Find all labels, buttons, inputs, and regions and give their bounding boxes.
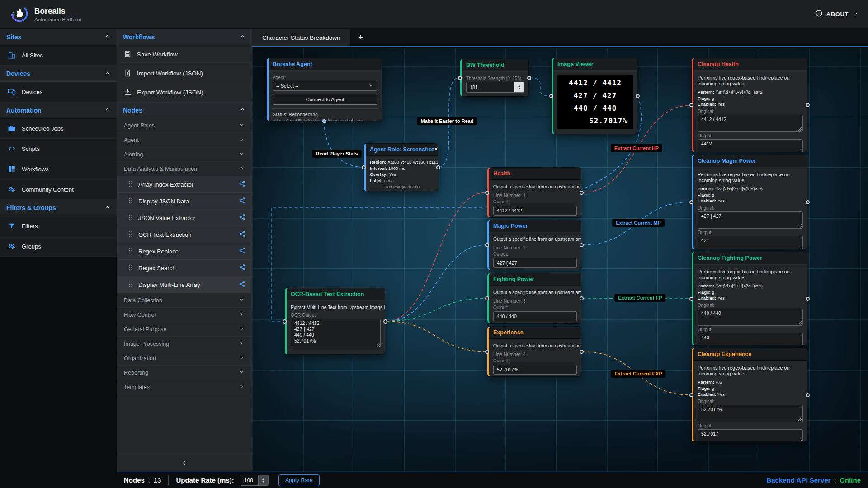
palette-node-regex-replace[interactable]: Regex Replace	[117, 243, 252, 260]
port-right-fighting-power[interactable]	[580, 296, 584, 300]
node-fighting-power[interactable]: Fighting PowerOutput a specific line fro…	[487, 273, 581, 324]
node-category-reporting[interactable]: Reporting	[117, 366, 252, 380]
experience-output[interactable]: 52.7017%	[493, 365, 577, 375]
port-left-cleanup-experience[interactable]	[689, 393, 693, 397]
add-to-canvas-icon[interactable]	[239, 197, 245, 205]
apply-rate-button[interactable]: Apply Rate	[278, 474, 320, 486]
port-left-health[interactable]	[485, 191, 489, 195]
add-to-canvas-icon[interactable]	[239, 230, 245, 239]
import-workflow-json-button[interactable]: Import Workflow (JSON)	[117, 64, 252, 83]
add-to-canvas-icon[interactable]	[239, 264, 245, 272]
health-output[interactable]: 4412 / 4412	[493, 206, 577, 216]
node-ocr-text-extraction[interactable]: OCR-Based Text ExtractionExtract Multi-L…	[285, 288, 385, 355]
port-left-fighting-power[interactable]	[485, 296, 489, 300]
port-left-ocr-text-extraction[interactable]	[283, 319, 287, 324]
node-magic-power[interactable]: Magic PowerOutput a specific line from a…	[487, 220, 581, 270]
node-category-agent-roles[interactable]: Agent Roles	[117, 118, 252, 133]
port-left-image-viewer[interactable]	[549, 94, 553, 98]
sidebar-section-automation[interactable]: Automation	[0, 102, 117, 118]
node-category-organization[interactable]: Organization	[117, 351, 252, 366]
sidebar-section-devices[interactable]: Devices	[0, 66, 117, 82]
palette-node-regex-search[interactable]: Regex Search	[117, 260, 252, 277]
node-borealis-agent[interactable]: Borealis AgentAgent:-- Select --Connect …	[267, 58, 382, 121]
port-left-agent-role-screenshot[interactable]	[362, 165, 366, 169]
cleanup-exp-output[interactable]: 52.7017	[698, 429, 803, 442]
sidebar-item-all-sites[interactable]: All Sites	[0, 45, 117, 66]
palette-node-display-multi-line-array[interactable]: Display Multi-Line Array	[117, 277, 252, 293]
agent-select[interactable]: -- Select --	[273, 81, 377, 91]
add-to-canvas-icon[interactable]	[239, 281, 245, 289]
node-cleanup-experience[interactable]: Cleanup ExperiencePerforms live regex-ba…	[692, 348, 807, 442]
sidebar-item-groups[interactable]: Groups	[0, 236, 117, 257]
node-health[interactable]: HealthOutput a specific line from an ups…	[487, 167, 581, 218]
about-menu[interactable]: ABOUT	[815, 9, 858, 19]
update-rate-input[interactable]: 100 ▲▼	[241, 475, 269, 486]
node-image-viewer[interactable]: Image Viewer4412 / 4412427 / 427440 / 44…	[552, 58, 637, 134]
port-right-image-viewer[interactable]	[636, 94, 640, 98]
port-right-experience[interactable]	[580, 350, 584, 354]
sidebar-item-scripts[interactable]: Scripts	[0, 139, 117, 159]
cleanup-fighting-original[interactable]: 440 / 440	[698, 309, 803, 326]
sidebar-item-filters[interactable]: Filters	[0, 216, 117, 236]
port-left-cleanup-magic-power[interactable]	[689, 200, 693, 204]
node-category-flow-control[interactable]: Flow Control	[117, 308, 252, 322]
share-icon[interactable]	[434, 145, 438, 154]
port-right-agent-role-screenshot[interactable]	[436, 165, 440, 169]
cleanup-magic-original[interactable]: 427 { 427	[698, 211, 803, 229]
magic-output[interactable]: 427 { 427	[493, 258, 577, 268]
palette-node-ocr-text-extraction[interactable]: OCR Text Extraction	[117, 226, 252, 243]
node-category-alerting[interactable]: Alerting	[117, 147, 252, 162]
sidebar-item-scheduled-jobs[interactable]: Scheduled Jobs	[0, 118, 117, 139]
port-left-cleanup-fighting-power[interactable]	[689, 297, 693, 301]
cleanup-health-original[interactable]: 4412 / 4412	[698, 115, 803, 132]
cleanup-magic-output[interactable]: 427	[698, 236, 803, 250]
node-category-templates[interactable]: Templates	[117, 380, 252, 394]
cleanup-exp-original[interactable]: 52.7017%	[698, 405, 803, 422]
port-right-magic-power[interactable]	[580, 243, 584, 247]
node-experience[interactable]: ExperienceOutput a specific line from an…	[487, 326, 581, 377]
node-agent-role-screenshot[interactable]: Agent Role: ScreenshotRegion: X:200 Y:41…	[364, 143, 438, 191]
tab-character-status-breakdown[interactable]: Character Status Breakdown	[252, 29, 351, 46]
node-bw-threshold[interactable]: BW ThresholdThreshold Strength (0–255):1…	[460, 59, 529, 97]
fighting-output[interactable]: 440 / 440	[493, 311, 577, 321]
port-left-bw-threshold[interactable]	[458, 76, 462, 80]
port-right-cleanup-health[interactable]	[806, 103, 810, 107]
workflows-section-header[interactable]: Workflows	[117, 29, 252, 45]
port-right-ocr-text-extraction[interactable]	[383, 319, 387, 324]
collapse-sidebar-button[interactable]	[117, 454, 252, 472]
port-right-cleanup-experience[interactable]	[806, 393, 810, 397]
sidebar-item-devices[interactable]: Devices	[0, 82, 117, 102]
palette-node-array-index-extractor[interactable]: Array Index Extractor	[117, 176, 252, 193]
export-workflow-json-button[interactable]: Export Workflow (JSON)	[117, 83, 252, 102]
port-bottom-borealis-agent[interactable]	[322, 119, 326, 123]
node-category-image-processing[interactable]: Image Processing	[117, 337, 252, 351]
node-category-data-analysis-manipulation[interactable]: Data Analysis & Manipulation	[117, 162, 252, 176]
save-workflow-button[interactable]: Save Workflow	[117, 45, 252, 64]
port-left-experience[interactable]	[485, 350, 489, 354]
add-to-canvas-icon[interactable]	[239, 214, 245, 222]
cleanup-fighting-output[interactable]: 440	[698, 333, 803, 346]
add-to-canvas-icon[interactable]	[239, 180, 245, 188]
node-cleanup-magic-power[interactable]: Cleanup Magic PowerPerforms live regex-b…	[692, 155, 807, 249]
node-category-data-collection[interactable]: Data Collection	[117, 293, 252, 308]
stepper-buttons[interactable]: ▲▼	[258, 475, 268, 485]
add-to-canvas-icon[interactable]	[239, 247, 245, 255]
port-left-magic-power[interactable]	[485, 243, 489, 247]
ocr-output-textarea[interactable]: 4412 / 4412427 { 427440 / 44052.7017%	[291, 319, 381, 347]
port-right-cleanup-fighting-power[interactable]	[806, 297, 810, 301]
sidebar-item-workflows[interactable]: Workflows	[0, 159, 117, 179]
sidebar-item-community-content[interactable]: Community Content	[0, 179, 117, 200]
node-category-general-purpose[interactable]: General Purpose	[117, 322, 252, 337]
threshold-input[interactable]: 181▲▼	[466, 82, 524, 93]
connect-agent-button[interactable]: Connect to Agent	[273, 94, 377, 105]
node-category-agent[interactable]: Agent	[117, 133, 252, 147]
node-cleanup-fighting-power[interactable]: Cleanup Fighting PowerPerforms live rege…	[692, 252, 807, 346]
palette-node-json-value-extractor[interactable]: JSON Value Extractor	[117, 210, 252, 226]
port-right-health[interactable]	[580, 191, 584, 195]
port-left-cleanup-health[interactable]	[689, 103, 693, 107]
sidebar-section-sites[interactable]: Sites	[0, 29, 117, 45]
palette-node-display-json-data[interactable]: Display JSON Data	[117, 193, 252, 210]
node-cleanup-health[interactable]: Cleanup HealthPerforms live regex-based …	[692, 58, 807, 152]
stepper-buttons[interactable]: ▲▼	[514, 82, 524, 92]
cleanup-health-output[interactable]: 4412	[698, 139, 803, 153]
